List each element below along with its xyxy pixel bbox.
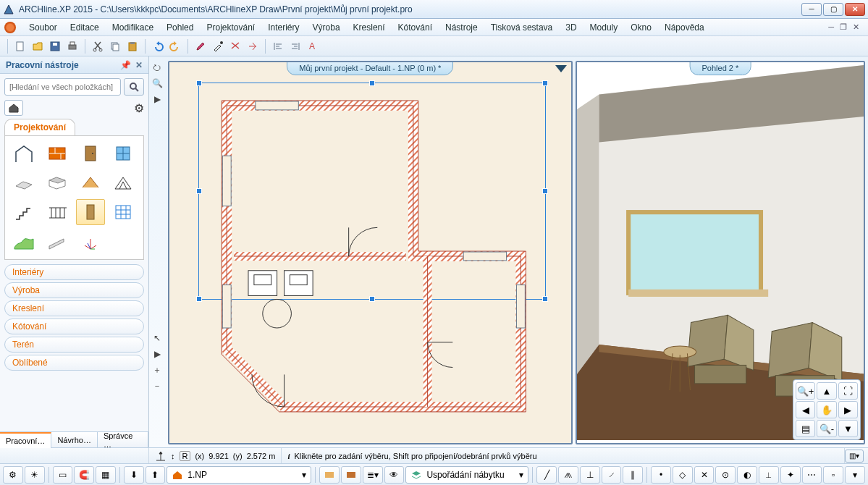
nav-zoom-in[interactable]: 🔍+: [796, 382, 815, 400]
nav-up[interactable]: ▲: [817, 382, 836, 400]
bb-perp[interactable]: ⊥: [580, 466, 600, 484]
category-interiery[interactable]: Interiéry: [4, 264, 144, 280]
bb-snap-node[interactable]: ✦: [780, 466, 801, 484]
open-button[interactable]: [30, 38, 46, 54]
cursor-icon[interactable]: ↖: [151, 332, 164, 345]
nav-zoom-out[interactable]: 🔍-: [817, 420, 836, 437]
bb-wall-2[interactable]: [341, 466, 361, 484]
orbit-icon[interactable]: ⭮: [151, 61, 164, 74]
tool-building[interactable]: [9, 140, 38, 166]
tool-plane[interactable]: [43, 229, 72, 255]
print-button[interactable]: [64, 38, 80, 54]
coord-r-icon[interactable]: R: [180, 451, 191, 461]
copy-button[interactable]: [107, 38, 123, 54]
nav-right[interactable]: ▶: [838, 401, 858, 418]
menu-soubor[interactable]: Soubor: [23, 21, 63, 34]
bb-floor-up[interactable]: ⬆: [146, 466, 166, 484]
category-kotovani[interactable]: Kótování: [4, 319, 144, 334]
mdi-minimize-icon[interactable]: ─: [828, 22, 834, 32]
search-button[interactable]: [124, 78, 144, 96]
menu-projektovani[interactable]: Projektování: [201, 21, 261, 34]
bb-snap-tan[interactable]: ◐: [737, 466, 757, 484]
panel-close-icon[interactable]: ✕: [135, 60, 143, 70]
minus-icon[interactable]: －: [151, 379, 164, 392]
category-oblibene[interactable]: Oblíbené: [4, 355, 144, 371]
new-button[interactable]: [12, 38, 28, 54]
menu-modifikace[interactable]: Modifikace: [106, 21, 159, 34]
menu-kresleni[interactable]: Kreslení: [347, 21, 391, 34]
bb-wall-1[interactable]: [319, 466, 340, 484]
tool-roof[interactable]: [76, 170, 105, 196]
view-2d[interactable]: Můj první projekt - Default - 1.NP (0 m)…: [168, 61, 573, 444]
zoom-icon[interactable]: 🔍: [151, 77, 164, 90]
tool-truss[interactable]: [109, 170, 138, 196]
cut-button[interactable]: [90, 38, 106, 54]
menu-interiery[interactable]: Interiéry: [262, 21, 305, 34]
text-button[interactable]: A: [305, 38, 321, 54]
bb-snap-ext[interactable]: ⋯: [802, 466, 822, 484]
tool-railing[interactable]: [43, 199, 72, 225]
minimize-button[interactable]: ─: [801, 3, 822, 16]
mdi-restore-icon[interactable]: ❐: [840, 22, 847, 32]
tool-window[interactable]: [109, 140, 138, 166]
nav-down[interactable]: ▼: [838, 420, 858, 437]
bb-snap-end[interactable]: •: [651, 466, 671, 484]
home-button[interactable]: [4, 100, 23, 116]
align-right-button[interactable]: [287, 38, 303, 54]
bb-floor-down[interactable]: ⬇: [124, 466, 144, 484]
eyedropper-button[interactable]: [210, 38, 226, 54]
menu-vyroba[interactable]: Výroba: [307, 21, 346, 34]
tool-curtainwall[interactable]: [109, 199, 138, 225]
menu-editace[interactable]: Editace: [64, 21, 105, 34]
nav-fit[interactable]: ⛶: [838, 382, 858, 400]
nav-pan[interactable]: ✋: [817, 401, 836, 418]
save-button[interactable]: [47, 38, 63, 54]
bb-snap-more[interactable]: ▾: [845, 466, 865, 484]
close-button[interactable]: ✕: [845, 3, 865, 16]
tool-door[interactable]: [76, 140, 105, 166]
pin-icon[interactable]: 📌: [120, 60, 131, 70]
trim-button[interactable]: [245, 38, 261, 54]
align-left-button[interactable]: [270, 38, 286, 54]
tool-more[interactable]: [109, 229, 138, 255]
maximize-button[interactable]: ▢: [823, 3, 843, 16]
bb-ortho[interactable]: ▭: [53, 466, 73, 484]
undo-button[interactable]: [150, 38, 166, 54]
menu-moduly[interactable]: Moduly: [584, 21, 624, 34]
tool-ceiling[interactable]: [43, 170, 72, 196]
tab-navrho[interactable]: Návrho…: [51, 432, 97, 448]
bb-snap[interactable]: 🧲: [74, 466, 94, 484]
bb-sun[interactable]: ☀: [25, 466, 45, 484]
tool-axis[interactable]: [76, 229, 105, 255]
scissors-button[interactable]: [227, 38, 243, 54]
menu-nastroje[interactable]: Nástroje: [439, 21, 484, 34]
tool-wall[interactable]: [43, 140, 72, 166]
nav-left[interactable]: ◀: [796, 401, 815, 418]
tool-stair[interactable]: [9, 199, 38, 225]
menu-pohled[interactable]: Pohled: [161, 21, 199, 34]
layer-combo[interactable]: Uspořádání nábytku ▾: [405, 466, 528, 484]
category-teren[interactable]: Terén: [4, 337, 144, 353]
bb-snap-grid[interactable]: ▫: [823, 466, 843, 484]
menu-3d[interactable]: 3D: [560, 21, 582, 34]
tool-column[interactable]: [76, 199, 105, 225]
category-kresleni[interactable]: Kreslení: [4, 300, 144, 316]
plus-icon[interactable]: ＋: [151, 363, 164, 376]
coord-mode-icon[interactable]: ↕: [171, 452, 175, 460]
bb-parallel[interactable]: ∥: [623, 466, 643, 484]
bb-settings[interactable]: ⚙: [3, 466, 23, 484]
nav-layers[interactable]: ▤: [796, 420, 815, 437]
tool-terrain[interactable]: [9, 229, 38, 255]
view3d-tab[interactable]: Pohled 2 *: [689, 61, 751, 75]
menu-okno[interactable]: Okno: [625, 21, 657, 34]
bb-snap-mid[interactable]: ◇: [673, 466, 693, 484]
play-icon[interactable]: ▶: [151, 93, 164, 106]
bb-arc[interactable]: ⟋: [602, 466, 622, 484]
bb-snap-int[interactable]: ✕: [694, 466, 715, 484]
menu-kotovani[interactable]: Kótování: [392, 21, 438, 34]
search-input[interactable]: [4, 78, 121, 96]
mdi-close-icon[interactable]: ✕: [853, 22, 859, 32]
bb-grid[interactable]: ▦: [96, 466, 116, 484]
expand-icon[interactable]: ▶: [151, 347, 164, 360]
category-vyroba[interactable]: Výroba: [4, 282, 144, 298]
